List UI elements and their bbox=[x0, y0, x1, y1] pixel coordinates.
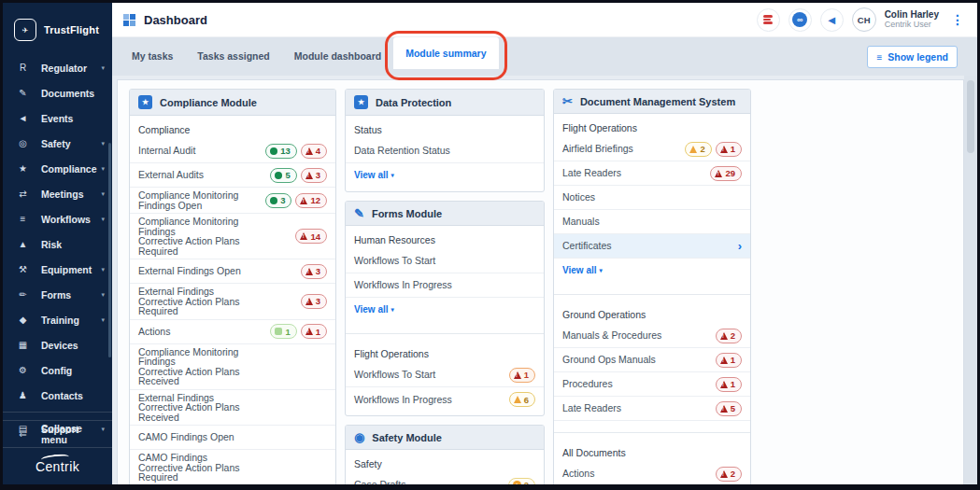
collapse-menu-button[interactable]: ⇐ Collapse menu bbox=[3, 420, 112, 447]
card-title: ◉Safety Module bbox=[346, 426, 544, 450]
count-badge-red: !1 bbox=[716, 377, 742, 392]
list-item-late-readers[interactable]: Late Readers!5 bbox=[554, 397, 750, 421]
chevron-down-icon: ▾ bbox=[101, 216, 105, 223]
sidebar-item-workflows[interactable]: ≡Workflows▾ bbox=[3, 206, 112, 231]
sidebar-item-label: Contacts bbox=[41, 390, 105, 401]
main-content: ★Compliance ModuleComplianceInternal Aud… bbox=[112, 76, 977, 484]
user-name: Colin Harley bbox=[885, 9, 939, 20]
alert-triangle-icon: ! bbox=[305, 172, 313, 179]
view-all-link[interactable]: View all▾ bbox=[554, 259, 750, 283]
sidebar-item-documents[interactable]: ✎Documents bbox=[3, 80, 112, 105]
sidebar-item-events[interactable]: ◄Events bbox=[3, 105, 112, 131]
tab-module-dashboard[interactable]: Module dashboard bbox=[282, 37, 393, 76]
list-item-late-readers[interactable]: Late Readers!29 bbox=[554, 161, 750, 186]
sidebar-item-training[interactable]: ◆Training▾ bbox=[3, 307, 112, 332]
sidebar-item-regulator[interactable]: RRegulator▾ bbox=[3, 55, 112, 80]
count-badge-red: !12 bbox=[295, 193, 327, 208]
list-item-ground-ops-manuals[interactable]: Ground Ops Manuals!1 bbox=[554, 348, 750, 372]
divider bbox=[554, 432, 750, 433]
vertical-scrollbar[interactable] bbox=[964, 76, 977, 484]
list-item-external-audits[interactable]: External Audits5!3 bbox=[130, 163, 335, 188]
star-box-icon: ★ bbox=[15, 163, 31, 174]
queue-icon[interactable] bbox=[757, 8, 780, 32]
scrollbar-thumb[interactable] bbox=[967, 80, 974, 153]
user-info[interactable]: Colin Harley Centrik User bbox=[885, 9, 939, 30]
list-item-workflows-to-start[interactable]: Workflows To Start!1 bbox=[346, 363, 544, 387]
sidebar-item-label: Compliance bbox=[41, 163, 101, 175]
item-label: CAMO Findings Corrective Action Plans Re… bbox=[138, 453, 244, 483]
pencil-icon: ✎ bbox=[354, 207, 364, 219]
list-item-airfield-briefings[interactable]: Airfield Briefings2!1 bbox=[554, 137, 750, 161]
sidebar-item-risk[interactable]: ▲Risk bbox=[3, 231, 112, 257]
list-item-workflows-in-progress[interactable]: Workflows In Progress bbox=[346, 273, 544, 298]
sidebar-item-devices[interactable]: ▦Devices bbox=[3, 332, 112, 357]
section-header: All Documents bbox=[554, 441, 750, 462]
badge-group: !14 bbox=[295, 229, 327, 244]
list-item-workflows-to-start[interactable]: Workflows To Start bbox=[346, 249, 544, 273]
list-item-internal-audit[interactable]: Internal Audit13!4 bbox=[130, 139, 335, 163]
tab-module-summary[interactable]: Module summary bbox=[393, 37, 498, 69]
sidebar-item-compliance[interactable]: ★Compliance▾ bbox=[3, 156, 112, 181]
badge-group: !3 bbox=[301, 294, 327, 309]
app-surface: ✈ TrustFlight RRegulator▾✎Documents◄Even… bbox=[3, 3, 977, 484]
warning-triangle-icon bbox=[514, 396, 521, 403]
link-icon[interactable]: ∞ bbox=[788, 8, 812, 32]
show-legend-button[interactable]: ≡ Show legend bbox=[867, 46, 958, 68]
item-label: Workflows In Progress bbox=[354, 280, 456, 290]
list-item-external-findings-open[interactable]: External Findings Open!3 bbox=[130, 259, 335, 284]
graduation-icon: ◆ bbox=[15, 315, 31, 325]
list-item-compliance-monitoring[interactable]: Compliance Monitoring Findings Correctiv… bbox=[130, 214, 335, 259]
chevron-down-icon: ▾ bbox=[101, 165, 105, 173]
list-item-compliance-monitoring[interactable]: Compliance Monitoring Findings Open3!12 bbox=[130, 188, 335, 214]
megaphone-glyph: ◄ bbox=[826, 14, 838, 26]
list-item-actions[interactable]: Actions!2 bbox=[554, 462, 750, 484]
tab-bar: My tasksTasks assignedModule dashboardMo… bbox=[112, 37, 977, 76]
list-item-external-findings[interactable]: External Findings Corrective Action Plan… bbox=[130, 390, 335, 427]
list-item-workflows-in-progress[interactable]: Workflows In Progress6 bbox=[346, 387, 544, 412]
avatar[interactable]: CH bbox=[852, 7, 876, 32]
list-item-procedures[interactable]: Procedures!1 bbox=[554, 372, 750, 397]
megaphone-icon[interactable]: ◄ bbox=[820, 8, 844, 32]
view-all-link[interactable]: View all▾ bbox=[346, 298, 544, 322]
count-badge-red: !3 bbox=[301, 264, 327, 279]
list-item-camo-findings-open[interactable]: CAMO Findings Open bbox=[130, 426, 335, 450]
sidebar-nav: RRegulator▾✎Documents◄Events◎Safety▾★Com… bbox=[3, 55, 112, 441]
shield-icon: ◎ bbox=[15, 138, 31, 148]
list-item-case-drafts[interactable]: Case Drafts!2 bbox=[346, 473, 544, 484]
devices-icon: ▦ bbox=[15, 340, 31, 350]
list-item-external-findings[interactable]: External Findings Corrective Action Plan… bbox=[130, 284, 335, 320]
count-badge-red: !1 bbox=[716, 353, 742, 368]
tab-my-tasks[interactable]: My tasks bbox=[120, 37, 185, 76]
list-item-manuals[interactable]: Manuals bbox=[554, 210, 750, 234]
list-item-manuals-procedures[interactable]: Manuals & Procedures!2 bbox=[554, 324, 750, 348]
count-badge-red: !1 bbox=[301, 324, 327, 339]
sidebar-item-forms[interactable]: ✏Forms▾ bbox=[3, 282, 112, 307]
section-header: Flight Operations bbox=[346, 342, 544, 363]
wrench-icon: ⚒ bbox=[15, 264, 31, 274]
list-item-camo-findings[interactable]: CAMO Findings Corrective Action Plans Re… bbox=[130, 450, 335, 484]
list-item-data-retention-status[interactable]: Data Retention Status bbox=[346, 139, 544, 163]
shield-icon: ◉ bbox=[354, 431, 364, 443]
section-header: Compliance bbox=[130, 118, 335, 139]
item-label: Compliance Monitoring Findings Correctiv… bbox=[138, 347, 244, 386]
tab-tasks-assigned[interactable]: Tasks assigned bbox=[185, 37, 281, 76]
brand-logo[interactable]: ✈ TrustFlight bbox=[3, 3, 112, 46]
kebab-menu-icon[interactable]: ⋮ bbox=[947, 12, 968, 27]
sidebar-scrollbar[interactable] bbox=[108, 143, 111, 357]
sidebar-item-config[interactable]: ⚙Config bbox=[3, 357, 112, 383]
card-title-text: Compliance Module bbox=[160, 97, 257, 108]
sidebar-item-label: Config bbox=[41, 365, 105, 376]
sidebar-item-equipment[interactable]: ⚒Equipment▾ bbox=[3, 257, 112, 282]
risk-icon: ▲ bbox=[15, 239, 31, 249]
list-item-certificates[interactable]: Certificates› bbox=[554, 234, 750, 259]
paperclip-icon: ✎ bbox=[15, 88, 31, 98]
list-item-actions[interactable]: Actions1!1 bbox=[130, 320, 335, 344]
list-item-notices[interactable]: Notices bbox=[554, 186, 750, 210]
count-badge-red: !29 bbox=[710, 166, 742, 181]
sidebar-item-contacts[interactable]: ♟Contacts bbox=[3, 383, 112, 408]
view-all-link[interactable]: View all▾ bbox=[346, 163, 544, 188]
app-window: ✈ TrustFlight RRegulator▾✎Documents◄Even… bbox=[0, 0, 980, 490]
sidebar-item-meetings[interactable]: ⇄Meetings▾ bbox=[3, 181, 112, 206]
list-item-compliance-monitoring[interactable]: Compliance Monitoring Findings Correctiv… bbox=[130, 344, 335, 390]
sidebar-item-safety[interactable]: ◎Safety▾ bbox=[3, 131, 112, 156]
